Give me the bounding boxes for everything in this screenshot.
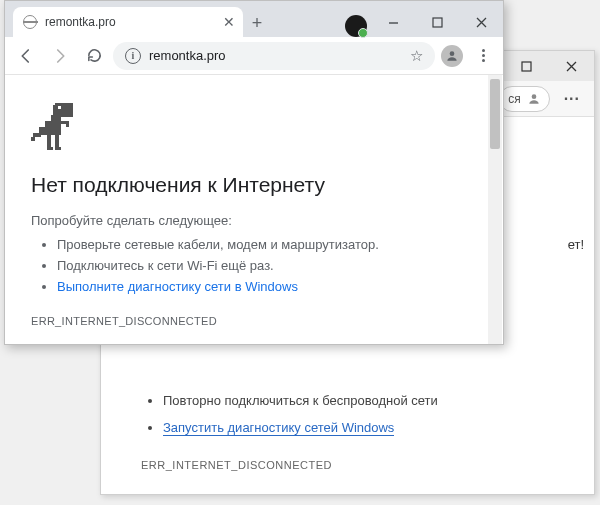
- suggestion-item: Подключитесь к сети Wi-Fi ещё раз.: [57, 255, 477, 276]
- close-button-back[interactable]: [549, 51, 594, 81]
- more-button-back[interactable]: ···: [558, 90, 586, 108]
- dino-icon: [31, 103, 75, 151]
- svg-rect-18: [55, 147, 61, 150]
- new-tab-button[interactable]: +: [243, 9, 271, 37]
- scrollbar-thumb[interactable]: [490, 79, 500, 149]
- close-button[interactable]: [459, 7, 503, 37]
- suggestion-list: Проверьте сетевые кабели, модем и маршру…: [57, 234, 477, 297]
- svg-rect-6: [53, 105, 57, 115]
- suggestion-list-back: Повторно подключиться к беспроводной сет…: [163, 387, 568, 441]
- svg-rect-15: [47, 135, 51, 147]
- svg-rect-16: [47, 147, 53, 150]
- minimize-button[interactable]: [371, 7, 415, 37]
- error-subheading: Попробуйте сделать следующее:: [31, 213, 477, 228]
- tab-title: remontka.pro: [45, 15, 215, 29]
- close-tab-icon[interactable]: ✕: [223, 14, 235, 30]
- suggestion-item: Запустить диагностику сетей Windows: [163, 414, 568, 441]
- error-heading: Нет подключения к Интернету: [31, 173, 477, 197]
- suggestion-item: Выполните диагностику сети в Windows: [57, 276, 477, 297]
- signin-pill[interactable]: ся: [499, 86, 550, 112]
- svg-rect-11: [33, 133, 41, 137]
- reload-button[interactable]: [79, 41, 109, 71]
- maximize-button[interactable]: [415, 7, 459, 37]
- error-code: ERR_INTERNET_DISCONNECTED: [31, 315, 477, 327]
- address-bar[interactable]: i remontka.pro ☆: [113, 42, 435, 70]
- svg-rect-17: [55, 135, 59, 147]
- forward-button: [45, 41, 75, 71]
- diagnostics-link[interactable]: Выполните диагностику сети в Windows: [57, 279, 298, 294]
- svg-rect-3: [433, 18, 442, 27]
- suggestion-item: Повторно подключиться к беспроводной сет…: [163, 387, 568, 414]
- page-content: Нет подключения к Интернету Попробуйте с…: [5, 75, 503, 344]
- svg-rect-0: [522, 62, 531, 71]
- diagnostics-link-back[interactable]: Запустить диагностику сетей Windows: [163, 420, 394, 436]
- svg-rect-12: [31, 137, 35, 141]
- browser-tab[interactable]: remontka.pro ✕: [13, 7, 243, 37]
- svg-point-4: [450, 51, 455, 56]
- svg-point-1: [531, 94, 536, 99]
- suggestion-item: Проверьте сетевые кабели, модем и маршру…: [57, 234, 477, 255]
- profile-avatar[interactable]: [441, 45, 463, 67]
- text-fragment: ет!: [568, 237, 584, 252]
- tab-strip: remontka.pro ✕ +: [5, 1, 503, 37]
- extension-badge-icon[interactable]: [345, 15, 367, 37]
- svg-rect-5: [55, 103, 73, 117]
- back-button[interactable]: [11, 41, 41, 71]
- globe-icon: [23, 15, 37, 29]
- svg-rect-14: [66, 121, 69, 127]
- window-controls: [371, 7, 503, 37]
- site-info-icon[interactable]: i: [125, 48, 141, 64]
- svg-rect-7: [58, 106, 61, 109]
- signin-text-fragment: ся: [508, 92, 521, 106]
- scrollbar[interactable]: [488, 75, 502, 344]
- maximize-button-back[interactable]: [504, 51, 549, 81]
- address-bar-row: i remontka.pro ☆: [5, 37, 503, 75]
- bookmark-icon[interactable]: ☆: [410, 47, 423, 65]
- window-chrome: remontka.pro ✕ + i remontka.pro ☆: [4, 0, 504, 345]
- error-code-back: ERR_INTERNET_DISCONNECTED: [141, 459, 568, 471]
- url-text: remontka.pro: [149, 48, 402, 63]
- menu-button[interactable]: [469, 42, 497, 70]
